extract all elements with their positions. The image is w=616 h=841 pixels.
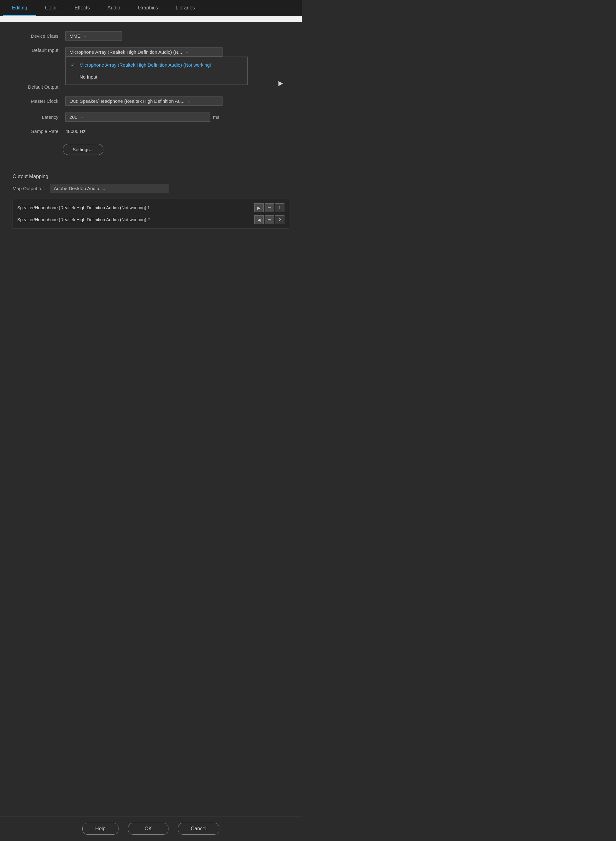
default-input-value: Microphone Array (Realtek High Definitio… (69, 49, 182, 55)
tab-color[interactable]: Color (36, 1, 66, 16)
latency-row: Latency: 200 ⌄ ms (13, 113, 289, 122)
checkmark-icon: ✓ (71, 62, 76, 68)
tab-editing[interactable]: Editing (3, 1, 36, 16)
sample-rate-row: Sample Rate: 48000 Hz (13, 129, 289, 134)
output-list-row-1: Speaker/Headphone (Realtek High Definiti… (17, 203, 285, 212)
main-content: Device Class: MME ⌄ Default Input: Micro… (0, 22, 302, 263)
mouse-cursor (279, 81, 283, 86)
latency-value: 200 (69, 114, 77, 120)
default-input-label: Default Input: (13, 47, 60, 53)
output-ctrl-play-1[interactable]: ▶ (254, 203, 264, 212)
master-clock-label: Master Clock: (13, 98, 60, 104)
output-list-row-2: Speaker/Headphone (Realtek High Definiti… (17, 215, 285, 224)
output-list-text-2: Speaker/Headphone (Realtek High Definiti… (17, 217, 150, 222)
sample-rate-value: 48000 Hz (65, 129, 85, 134)
master-clock-arrow-icon: ⌄ (188, 99, 191, 103)
master-clock-row: Master Clock: Out: Speaker/Headphone (Re… (13, 97, 289, 105)
map-output-row: Map Output for: Adobe Desktop Audio ⌄ (13, 184, 289, 193)
spacer (13, 164, 289, 174)
output-controls-1: ▶ ▭ 1 (254, 203, 285, 212)
master-clock-value: Out: Speaker/Headphone (Realtek High Def… (69, 98, 185, 104)
output-ctrl-frame-2[interactable]: ▭ (265, 215, 274, 224)
default-input-container: Microphone Array (Realtek High Definitio… (65, 47, 223, 57)
map-output-value: Adobe Desktop Audio (54, 186, 99, 191)
default-input-option-2-label: No Input (79, 74, 97, 79)
output-mapping-title: Output Mapping (13, 174, 289, 179)
device-class-label: Device Class: (13, 33, 60, 39)
default-input-popup: ✓ Microphone Array (Realtek High Definit… (65, 57, 248, 85)
default-input-arrow-icon: ⌄ (185, 50, 189, 54)
output-mapping-section: Output Mapping Map Output for: Adobe Des… (13, 174, 289, 229)
map-output-label: Map Output for: (13, 186, 45, 191)
tab-graphics[interactable]: Graphics (129, 1, 167, 16)
default-output-label: Default Output: (13, 84, 60, 89)
settings-button[interactable]: Settings... (63, 144, 103, 155)
default-input-dropdown[interactable]: Microphone Array (Realtek High Definitio… (65, 47, 223, 57)
output-ctrl-num-2[interactable]: 2 (275, 215, 285, 224)
sample-rate-label: Sample Rate: (13, 129, 60, 134)
device-class-value: MME (69, 33, 81, 39)
device-class-dropdown[interactable]: MME ⌄ (65, 31, 122, 41)
tab-libraries[interactable]: Libraries (167, 1, 204, 16)
output-list: Speaker/Headphone (Realtek High Definiti… (13, 199, 289, 229)
tab-effects[interactable]: Effects (66, 1, 99, 16)
master-clock-dropdown[interactable]: Out: Speaker/Headphone (Realtek High Def… (65, 97, 223, 105)
bottom-spacer (13, 229, 289, 254)
map-output-arrow-icon: ⌄ (103, 186, 106, 191)
output-ctrl-back-2[interactable]: ◀ (254, 215, 264, 224)
map-output-dropdown[interactable]: Adobe Desktop Audio ⌄ (50, 184, 169, 193)
latency-label: Latency: (13, 114, 60, 120)
device-class-arrow-icon: ⌄ (84, 34, 87, 38)
output-controls-2: ◀ ▭ 2 (254, 215, 285, 224)
default-input-row: Default Input: Microphone Array (Realtek… (13, 47, 289, 57)
no-checkmark (71, 74, 76, 79)
default-output-row: Default Output: (13, 84, 289, 89)
latency-arrow-icon: ⌄ (81, 115, 84, 119)
latency-dropdown[interactable]: 200 ⌄ (65, 113, 210, 122)
latency-unit: ms (213, 114, 219, 120)
default-input-option-2[interactable]: No Input (66, 71, 247, 83)
output-ctrl-frame-1[interactable]: ▭ (265, 203, 274, 212)
tab-audio[interactable]: Audio (99, 1, 129, 16)
device-class-row: Device Class: MME ⌄ (13, 31, 289, 41)
output-ctrl-num-1[interactable]: 1 (275, 203, 285, 212)
default-input-option-1-label: Microphone Array (Realtek High Definitio… (79, 62, 211, 67)
default-input-option-1[interactable]: ✓ Microphone Array (Realtek High Definit… (66, 59, 247, 71)
divider-bar (0, 16, 302, 22)
output-list-text-1: Speaker/Headphone (Realtek High Definiti… (17, 205, 150, 210)
tab-bar: Editing Color Effects Audio Graphics Lib… (0, 0, 302, 16)
